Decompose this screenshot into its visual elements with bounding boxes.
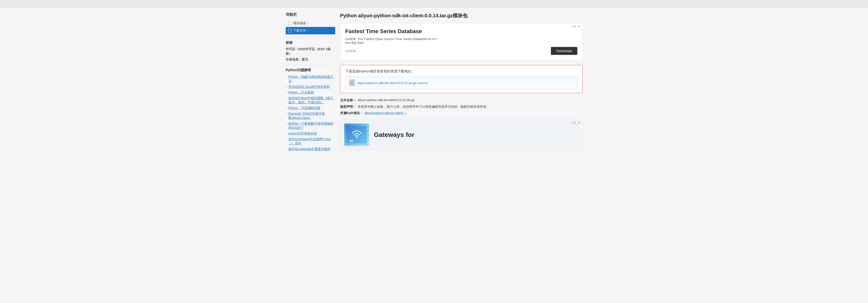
project-desc-badge: □: [307, 22, 309, 25]
faq-item-4[interactable]: 如何在Python中组织函数（键入提示、返回、平面代码）: [286, 96, 335, 105]
sidebar-tags-title: 标签: [286, 40, 335, 45]
sidebar-item-download-label: 下载文件: [293, 28, 306, 33]
bottom-ad-close-icon[interactable]: ✕: [578, 121, 580, 125]
ad-top-container: 广告 ✕ Fastest Time Series Database GridDB…: [340, 23, 583, 60]
faq-item-1[interactable]: Python：创建代表列表的快速方法: [286, 75, 335, 83]
svg-text:4G: 4G: [349, 139, 353, 143]
sidebar-author-value: 暂无: [302, 58, 308, 61]
ad-top-title: Fastest Time Series Database: [345, 28, 577, 35]
bottom-ad-headline: Gateways for: [374, 131, 414, 139]
sidebar-item-download[interactable]: 下载文件 □: [286, 27, 335, 34]
faq-item-7[interactable]: 如何在一个数据帧中保持每组的前[231]行?: [286, 122, 335, 130]
faq-link-7[interactable]: 如何在一个数据帧中保持每组的前[231]行?: [288, 122, 335, 130]
sidebar-divider-2: [286, 65, 335, 65]
nav-item-icon-project: [288, 22, 292, 25]
file-info-pypi-row: 所属PyPI项目： aliyun-python-sdk-iot-client ↗: [340, 111, 583, 115]
faq-link-10[interactable]: 如何在matplotlib中重置对象的: [288, 147, 331, 151]
bottom-ad-container: 广告 ✕: [340, 120, 583, 150]
faq-link-3[interactable]: Python：不去新林: [288, 91, 314, 95]
ad-top-download-button[interactable]: Download: [551, 47, 577, 55]
faq-link-1[interactable]: Python：创建代表列表的快速方法: [288, 75, 335, 83]
file-info-pypi-label: 所属PyPI项目：: [340, 111, 363, 115]
faq-link-4[interactable]: 如何在Python中组织函数（键入提示、返回、平面代码）: [288, 96, 335, 105]
bottom-ad-label: 广告: [571, 121, 576, 125]
sidebar-author-label: 作者信息：: [286, 58, 302, 61]
file-info-copyright-value: 本程序为网上收集，用户上传，仅供研究学习计算机编程等技术为目的，版权归原作者所有…: [358, 105, 490, 109]
faq-item-8[interactable]: numpy中的有效分组: [286, 132, 335, 136]
sidebar-author: 作者信息：暂无: [286, 57, 335, 62]
ad-top-close-icon[interactable]: ✕: [578, 25, 580, 28]
ad-top-footer: GridDB Download: [345, 47, 577, 55]
ad-top-brand: GridDB: [345, 49, 356, 53]
file-info-name-label: 文件名称：: [340, 98, 356, 103]
file-info-copyright-row: 版权声明： 本程序为网上收集，用户上传，仅供研究学习计算机编程等技术为目的，版权…: [340, 105, 583, 109]
file-info-name-value: aliyun-python-sdk-iot-client-0.0.14.tar.…: [358, 98, 415, 102]
faq-link-9[interactable]: 在SQLAlchemy中连接两个text（）语句: [288, 137, 335, 145]
file-info-pypi-link-text: aliyun-python-sdk-iot-client: [365, 111, 403, 115]
sidebar-nav-title: 导航栏: [286, 12, 335, 17]
file-info-copyright-label: 版权声明：: [340, 105, 356, 109]
page-title: Python aliyun-python-sdk-iot-client-0.0.…: [340, 12, 583, 19]
faq-link-2[interactable]: 无法在自定义profi中保存更新: [288, 85, 330, 89]
file-info-pypi-link[interactable]: aliyun-python-sdk-iot-client ↗: [365, 111, 406, 115]
bottom-ad-image: 4G: [344, 124, 369, 146]
faq-link-5[interactable]: Python：字符编码问题: [288, 106, 320, 110]
top-bar: [0, 0, 868, 7]
faq-item-2[interactable]: 无法在自定义profi中保存更新: [286, 85, 335, 89]
sidebar-license-label: 许可证：: [286, 47, 299, 51]
file-info-name-row: 文件名称： aliyun-python-sdk-iot-client-0.0.1…: [340, 98, 583, 103]
faq-item-9[interactable]: 在SQLAlchemy中连接两个text（）语句: [286, 137, 335, 145]
sidebar-faq-title: Python问题解答: [286, 68, 335, 72]
bottom-ad-svg: 4G: [347, 126, 367, 143]
sidebar-divider-1: [286, 37, 335, 38]
download-file-row[interactable]: ☰ aliyun-python-sdk-iot-client-0.0.14.ta…: [345, 77, 577, 89]
sidebar-license: 许可证：BSD许可证（BSD 3条款）: [286, 47, 335, 56]
file-info-section: 文件名称： aliyun-python-sdk-iot-client-0.0.1…: [340, 98, 583, 115]
page-wrapper: 导航栏 项目描述 □ 下载文件 □ 标签 许可证：BSD许可证（BSD 3条款）…: [286, 7, 583, 158]
download-box: 下面是该Python项目安装包的资源下载地址： ☰ aliyun-python-…: [340, 65, 583, 93]
faq-item-6[interactable]: Django在`意外的关键字参数'allow\u blank`: [286, 112, 335, 120]
file-name-link[interactable]: aliyun-python-sdk-iot-client-0.0.14.tar.…: [358, 81, 428, 85]
main-content: Python aliyun-python-sdk-iot-client-0.0.…: [340, 12, 583, 153]
pypi-link-external-icon: ↗: [404, 112, 406, 114]
ad-top-desc: GridDB: The Fastest Open Source Time Ser…: [345, 37, 439, 44]
faq-link-8[interactable]: numpy中的有效分组: [288, 132, 317, 136]
sidebar: 导航栏 项目描述 □ 下载文件 □ 标签 许可证：BSD许可证（BSD 3条款）…: [286, 12, 335, 153]
sidebar-item-project-desc[interactable]: 项目描述 □: [286, 20, 335, 27]
file-icon: ☰: [349, 79, 355, 86]
sidebar-item-project-desc-label: 项目描述: [293, 21, 306, 26]
faq-item-10[interactable]: 如何在matplotlib中重置对象的: [286, 147, 335, 151]
download-badge: □: [307, 29, 309, 32]
file-icon-glyph: ☰: [351, 81, 353, 84]
faq-item-3[interactable]: Python：不去新林: [286, 91, 335, 95]
sidebar-faq-list: Python：创建代表列表的快速方法 无法在自定义profi中保存更新 Pyth…: [286, 75, 335, 151]
faq-item-5[interactable]: Python：字符编码问题: [286, 106, 335, 110]
svg-point-1: [356, 137, 357, 138]
ad-top-label: 广告: [571, 25, 576, 28]
download-box-title: 下面是该Python项目安装包的资源下载地址：: [345, 69, 577, 74]
faq-link-6[interactable]: Django在`意外的关键字参数'allow\u blank`: [288, 112, 335, 120]
nav-item-icon-download: [288, 29, 292, 32]
